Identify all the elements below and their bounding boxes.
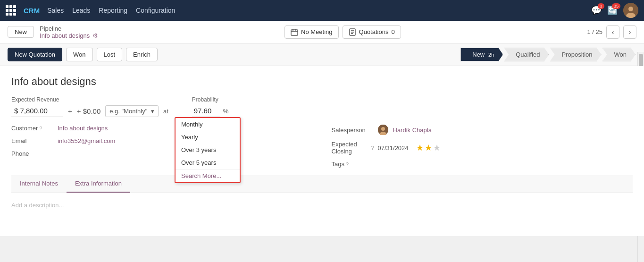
customer-help-icon[interactable]: ? [39, 126, 42, 131]
tab-extra-information[interactable]: Extra Information [67, 175, 130, 193]
quotations-count: 0 [391, 28, 394, 35]
description-area: Add a description... [11, 193, 633, 217]
action-bar: New Quotation Won Lost Enrich New 2h Qua… [0, 43, 644, 66]
calendar-icon [291, 28, 298, 36]
breadcrumb-right: 1 / 25 ‹ › [587, 25, 636, 39]
at-label: at [163, 108, 168, 115]
probability-input[interactable] [192, 105, 220, 117]
form-right: Salesperson Hardik Chapla Expected Cl [332, 125, 633, 168]
tags-label: Tags ? [332, 161, 374, 168]
top-nav-menu: Sales Leads Reporting Configuration [47, 7, 175, 14]
email-row: Email info3552@gmail.com [11, 137, 313, 144]
page-info: 1 / 25 [587, 28, 602, 35]
lost-button[interactable]: Lost [97, 48, 123, 61]
activity-icon-wrapper[interactable]: 🔄 35 [607, 5, 618, 16]
email-value[interactable]: info3552@gmail.com [58, 137, 115, 144]
breadcrumb-sub: Info about designs ⚙ [40, 32, 98, 39]
description-placeholder[interactable]: Add a description... [11, 202, 64, 209]
plus-sign: + [68, 107, 72, 115]
customer-label: Customer ? [11, 125, 54, 132]
dropdown-item-over5[interactable]: Over 5 years [176, 156, 240, 169]
tabs-bar: Internal Notes Extra Information [11, 175, 633, 193]
center-actions: No Meeting Quotations 0 [104, 25, 581, 39]
next-record-button[interactable]: › [623, 25, 636, 39]
menu-reporting[interactable]: Reporting [99, 7, 127, 14]
salesperson-name[interactable]: Hardik Chapla [393, 127, 432, 134]
email-label: Email [11, 137, 54, 144]
revenue-input[interactable] [11, 105, 63, 117]
dropdown-search-more[interactable]: Search More... [176, 169, 240, 182]
main-content: Info about designs Expected Revenue + + … [0, 66, 644, 236]
star-3[interactable]: ★ [433, 143, 441, 153]
recurrence-dropdown-popup: Monthly Yearly Over 3 years Over 5 years… [175, 117, 241, 183]
top-navigation: CRM Sales Leads Reporting Configuration … [0, 0, 644, 21]
stage-qualified[interactable]: Qualified [504, 48, 549, 61]
priority-stars[interactable]: ★ ★ ★ [416, 143, 441, 153]
enrich-button[interactable]: Enrich [126, 48, 158, 61]
record-title: Info about designs [11, 76, 633, 88]
customer-value[interactable]: Info about designs [58, 125, 108, 132]
app-name[interactable]: CRM [24, 7, 40, 15]
new-quotation-button[interactable]: New Quotation [8, 48, 62, 61]
menu-sales[interactable]: Sales [47, 7, 64, 14]
prev-record-button[interactable]: ‹ [606, 25, 619, 39]
tags-help-icon[interactable]: ? [346, 161, 349, 167]
top-nav-right: 💬 3 🔄 35 [591, 3, 638, 18]
breadcrumb-bar: New Pipeline Info about designs ⚙ No Mee… [0, 21, 644, 43]
phone-row: Phone [11, 150, 313, 157]
dropdown-item-yearly[interactable]: Yearly [176, 131, 240, 144]
dropdown-item-over3[interactable]: Over 3 years [176, 144, 240, 156]
closing-row: Expected Closing ? 07/31/2024 ★ ★ ★ [332, 141, 633, 155]
closing-label: Expected Closing ? [332, 141, 374, 155]
no-meeting-button[interactable]: No Meeting [284, 25, 338, 39]
star-1[interactable]: ★ [416, 143, 424, 153]
new-button[interactable]: New [8, 26, 34, 38]
customer-row: Customer ? Info about designs [11, 125, 313, 132]
star-2[interactable]: ★ [425, 143, 432, 153]
percent-label: % [223, 108, 229, 115]
salesperson-row: Salesperson Hardik Chapla [332, 125, 633, 135]
form-left: Customer ? Info about designs Email info… [11, 125, 313, 168]
gear-icon[interactable]: ⚙ [92, 32, 98, 39]
dropdown-arrow-icon: ▾ [151, 108, 154, 115]
phone-label: Phone [11, 150, 54, 157]
closing-value[interactable]: 07/31/2024 [378, 144, 409, 152]
no-meeting-label: No Meeting [301, 28, 332, 35]
recurrence-dropdown[interactable]: e.g. "Monthly" ▾ [105, 105, 159, 117]
menu-leads[interactable]: Leads [72, 7, 90, 14]
messages-badge: 3 [598, 3, 604, 9]
status-pipeline: New 2h Qualified Proposition Won [460, 48, 636, 61]
tab-internal-notes[interactable]: Internal Notes [11, 175, 67, 193]
salesperson-avatar [378, 125, 388, 135]
form-grid: Customer ? Info about designs Email info… [11, 125, 633, 168]
menu-configuration[interactable]: Configuration [136, 7, 175, 14]
stage-proposition[interactable]: Proposition [550, 48, 601, 61]
breadcrumb-path: Pipeline Info about designs ⚙ [40, 25, 98, 39]
breadcrumb-pipeline[interactable]: Pipeline [40, 25, 98, 32]
svg-point-1 [628, 7, 633, 11]
stage-won[interactable]: Won [602, 48, 636, 61]
quotations-button[interactable]: Quotations 0 [343, 25, 401, 39]
app-grid-icon[interactable] [6, 5, 16, 16]
messages-icon-wrapper[interactable]: 💬 3 [591, 5, 602, 16]
user-avatar[interactable] [623, 3, 638, 18]
tags-row: Tags ? [332, 161, 633, 168]
activity-badge: 35 [612, 3, 620, 9]
quotations-label: Quotations [359, 28, 389, 35]
revenue-extra: + $0.00 [77, 107, 100, 115]
breadcrumb-sub-label[interactable]: Info about designs [40, 32, 90, 39]
svg-point-12 [381, 127, 385, 131]
salesperson-value-group: Hardik Chapla [378, 125, 432, 135]
quotations-icon [349, 28, 356, 36]
expected-revenue-label: Expected Revenue [11, 96, 168, 103]
probability-label: Probability [192, 96, 229, 103]
dropdown-item-monthly[interactable]: Monthly [176, 118, 240, 131]
stage-new[interactable]: New 2h [460, 48, 503, 61]
salesperson-label: Salesperson [332, 127, 374, 134]
won-button[interactable]: Won [66, 48, 93, 61]
svg-rect-3 [291, 30, 298, 35]
closing-help-icon[interactable]: ? [371, 145, 374, 151]
recurrence-placeholder: e.g. "Monthly" [109, 108, 147, 115]
